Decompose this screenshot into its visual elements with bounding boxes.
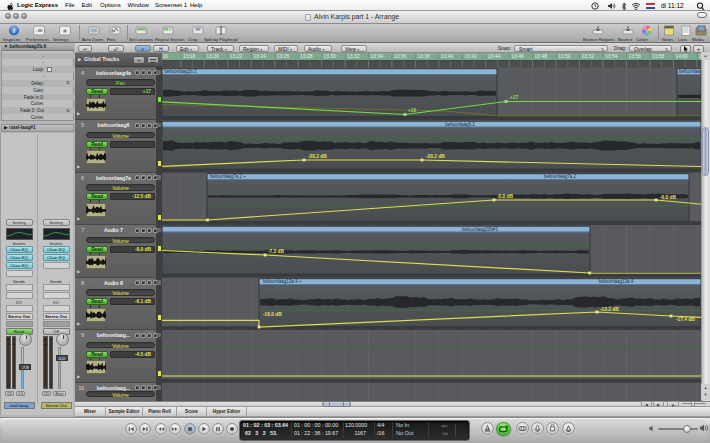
- svg-text:+16: +16: [408, 108, 416, 113]
- svg-text:13:50: 13:50: [558, 53, 571, 59]
- svg-text:13:30: 13:30: [324, 53, 337, 59]
- svg-text:14:00: 14:00: [675, 53, 688, 59]
- svg-text:13:48: 13:48: [535, 53, 548, 59]
- svg-text:13:42: 13:42: [464, 53, 477, 59]
- svg-text:13:28: 13:28: [300, 53, 313, 59]
- svg-text:-6.0 dB: -6.0 dB: [660, 195, 677, 200]
- svg-text:beltoonlaag20b#1: beltoonlaag20b#1: [462, 227, 498, 232]
- svg-text:16: 16: [163, 53, 169, 59]
- svg-text:beltoonlaag6.2: beltoonlaag6.2: [445, 122, 475, 127]
- svg-text:13:40: 13:40: [441, 53, 454, 59]
- svg-text:-5.0 dB: -5.0 dB: [497, 194, 514, 199]
- svg-text:13:18: 13:18: [183, 53, 196, 59]
- svg-text:13:36: 13:36: [394, 53, 407, 59]
- svg-text:13:56: 13:56: [629, 53, 642, 59]
- svg-text:-20.2 dB: -20.2 dB: [426, 154, 445, 159]
- svg-text:-7.3 dB: -7.3 dB: [268, 249, 285, 254]
- svg-text:13:22: 13:22: [230, 53, 243, 59]
- svg-text:-20.2 dB: -20.2 dB: [308, 154, 327, 159]
- svg-text:-17.4 dB: -17.4 dB: [676, 317, 695, 322]
- svg-text:13:26: 13:26: [277, 53, 290, 59]
- svg-text:-16.0 dB: -16.0 dB: [263, 312, 282, 317]
- svg-text:13:54: 13:54: [605, 53, 618, 59]
- svg-text:beltoonlaag2b.3: beltoonlaag2b.3: [165, 69, 198, 74]
- svg-text:13:32: 13:32: [347, 53, 360, 59]
- svg-text:beltoonlaag7a.2: beltoonlaag7a.2: [544, 174, 577, 179]
- svg-text:13:34: 13:34: [371, 53, 384, 59]
- svg-text:beltoonlaag13a.4 +: beltoonlaag13a.4 +: [263, 279, 302, 284]
- svg-text:beltoonlaag13a.4: beltoonlaag13a.4: [599, 279, 634, 284]
- svg-text:i: i: [13, 27, 15, 35]
- svg-text:13:20: 13:20: [206, 53, 219, 59]
- svg-text:13:44: 13:44: [488, 53, 501, 59]
- svg-text:beltoonlaag7a.2 +: beltoonlaag7a.2 +: [210, 174, 246, 179]
- svg-text:13:58: 13:58: [652, 53, 665, 59]
- svg-text:13:38: 13:38: [417, 53, 430, 59]
- svg-text:13:46: 13:46: [511, 53, 524, 59]
- svg-text:+17: +17: [510, 95, 518, 100]
- svg-text:-13.2 dB: -13.2 dB: [600, 307, 619, 312]
- svg-text:13:24: 13:24: [253, 53, 266, 59]
- svg-text:13:52: 13:52: [582, 53, 595, 59]
